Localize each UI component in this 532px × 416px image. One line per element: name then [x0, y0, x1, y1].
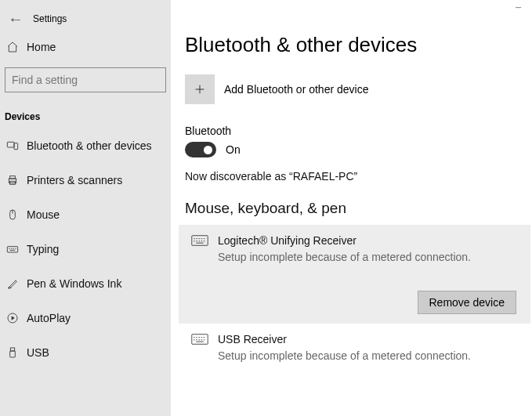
mouse-icon: [6, 208, 27, 221]
sidebar-item-mouse[interactable]: Mouse: [0, 197, 171, 232]
sidebar-item-label: Pen & Windows Ink: [27, 277, 121, 290]
toggle-state: On: [226, 143, 241, 156]
sidebar-item-label: Printers & scanners: [27, 174, 122, 186]
devices-icon: [6, 139, 27, 152]
sidebar-item-label: Bluetooth & other devices: [27, 139, 152, 152]
device-desc: Setup incomplete because of a metered co…: [218, 249, 516, 266]
sidebar-item-bluetooth[interactable]: Bluetooth & other devices: [0, 128, 171, 163]
autoplay-icon: [6, 312, 27, 324]
minimize-icon[interactable]: ─: [516, 3, 521, 12]
svg-rect-11: [192, 335, 208, 345]
keyboard-icon: [191, 331, 218, 364]
device-item[interactable]: USB Receiver Setup incomplete because of…: [185, 324, 524, 374]
page-title: Bluetooth & other devices: [185, 33, 524, 57]
nav-home-label: Home: [27, 41, 56, 53]
search-input[interactable]: [5, 67, 166, 92]
add-device-button[interactable]: Add Bluetooth or other device: [185, 74, 524, 104]
svg-rect-8: [10, 348, 14, 351]
bluetooth-toggle[interactable]: [185, 142, 216, 157]
home-icon: [6, 41, 27, 53]
svg-rect-10: [192, 236, 208, 246]
device-name: Logitech® Unifying Receiver: [218, 233, 516, 249]
back-icon[interactable]: ←: [8, 10, 30, 28]
svg-rect-9: [10, 351, 16, 357]
toggle-knob: [204, 146, 212, 154]
sidebar-item-printers[interactable]: Printers & scanners: [0, 163, 171, 197]
svg-rect-3: [10, 176, 16, 179]
sidebar-item-label: Mouse: [27, 208, 60, 221]
bluetooth-label: Bluetooth: [185, 125, 524, 137]
svg-rect-6: [7, 247, 17, 252]
remove-device-button[interactable]: Remove device: [418, 291, 517, 314]
device-name: USB Receiver: [218, 331, 516, 348]
svg-rect-1: [14, 143, 18, 150]
sidebar-item-typing[interactable]: Typing: [0, 232, 171, 266]
add-device-label: Add Bluetooth or other device: [224, 83, 368, 96]
sidebar-item-usb[interactable]: USB: [0, 335, 171, 370]
device-desc: Setup incomplete because of a metered co…: [218, 348, 516, 364]
sidebar-item-label: USB: [27, 346, 49, 359]
sidebar-section-label: Devices: [0, 103, 171, 128]
nav-home[interactable]: Home: [0, 31, 171, 63]
printer-icon: [6, 174, 27, 186]
usb-icon: [6, 346, 27, 359]
plus-icon: [185, 74, 215, 104]
title-bar: ← Settings: [0, 6, 171, 31]
sidebar-item-pen[interactable]: Pen & Windows Ink: [0, 266, 171, 301]
keyboard-icon: [6, 243, 27, 255]
sidebar-item-autoplay[interactable]: AutoPlay: [0, 301, 171, 335]
section-header: Mouse, keyboard, & pen: [185, 200, 524, 217]
keyboard-icon: [191, 233, 218, 314]
discoverable-text: Now discoverable as “RAFAEL-PC”: [185, 170, 524, 183]
device-item[interactable]: Logitech® Unifying Receiver Setup incomp…: [179, 225, 530, 324]
sidebar-item-label: Typing: [27, 243, 59, 255]
pen-icon: [6, 277, 27, 290]
sidebar-item-label: AutoPlay: [27, 312, 71, 324]
window-title: Settings: [30, 13, 67, 24]
svg-rect-0: [7, 142, 14, 147]
